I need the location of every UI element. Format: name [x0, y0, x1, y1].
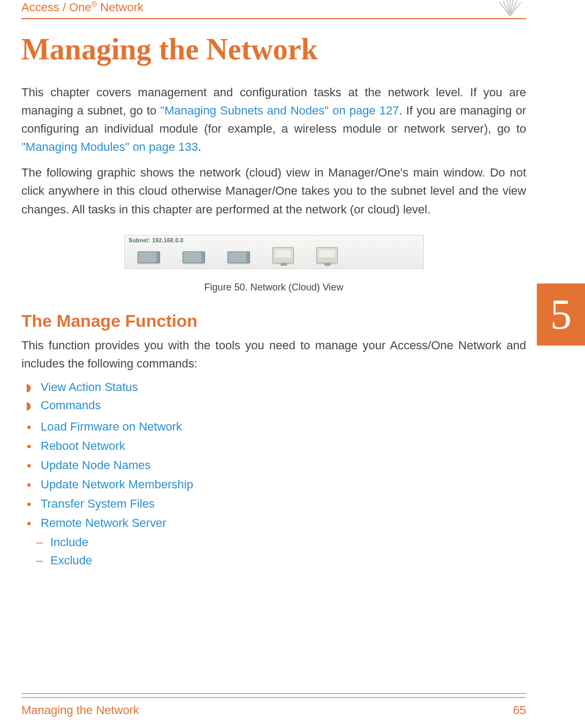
- link-exclude[interactable]: Exclude: [50, 554, 526, 568]
- registered-mark: ®: [92, 0, 97, 9]
- p1-post: .: [198, 140, 201, 154]
- monitor-icon: [272, 247, 294, 263]
- page-footer: Managing the Network 65: [21, 697, 526, 717]
- header-suffix: Network: [97, 1, 143, 14]
- link-update-node-names[interactable]: Update Node Names: [41, 458, 526, 472]
- section-heading: The Manage Function: [21, 311, 526, 331]
- link-load-firmware[interactable]: Load Firmware on Network: [41, 420, 526, 434]
- device-icon: [227, 251, 250, 263]
- section-intro: This function provides you with the tool…: [21, 336, 526, 373]
- top-list: View Action Status Commands: [21, 380, 526, 412]
- link-update-network-membership[interactable]: Update Network Membership: [41, 478, 526, 492]
- link-transfer-system-files[interactable]: Transfer System Files: [41, 497, 526, 511]
- chapter-number: 5: [550, 290, 572, 339]
- chapter-tab: 5: [537, 283, 585, 346]
- monitor-icon: [316, 247, 338, 263]
- antenna-icon: [494, 0, 526, 16]
- link-remote-network-server[interactable]: Remote Network Server: [41, 516, 526, 530]
- device-icon: [183, 251, 205, 263]
- figure-caption: Figure 50. Network (Cloud) View: [21, 282, 526, 293]
- header-prefix: Access / One: [21, 1, 92, 14]
- link-view-action-status[interactable]: View Action Status: [41, 380, 526, 394]
- figure-image: Subnet: 192.168.0.0: [124, 235, 424, 269]
- device-icon: [138, 251, 160, 263]
- paragraph-intro-1: This chapter covers management and confi…: [21, 83, 526, 156]
- footer-page-number: 65: [513, 703, 526, 717]
- link-commands[interactable]: Commands: [41, 399, 526, 412]
- sub-list: Load Firmware on Network Reboot Network …: [21, 420, 526, 530]
- figure-subnet-label: Subnet: 192.168.0.0: [129, 237, 184, 243]
- link-managing-subnets[interactable]: "Managing Subnets and Nodes" on page 127: [160, 104, 399, 117]
- footer-rule: [21, 693, 526, 694]
- footer-title: Managing the Network: [21, 703, 139, 717]
- link-reboot-network[interactable]: Reboot Network: [41, 439, 526, 453]
- header-product: Access / One® Network: [21, 0, 143, 14]
- page-title: Managing the Network: [21, 32, 526, 66]
- subsub-list: Include Exclude: [21, 535, 526, 568]
- figure-block: Subnet: 192.168.0.0 Figure 50. Network (…: [21, 235, 526, 293]
- page-header: Access / One® Network: [21, 0, 526, 19]
- link-include[interactable]: Include: [50, 535, 526, 549]
- paragraph-intro-2: The following graphic shows the network …: [21, 164, 526, 218]
- link-managing-modules[interactable]: "Managing Modules" on page 133: [21, 140, 198, 154]
